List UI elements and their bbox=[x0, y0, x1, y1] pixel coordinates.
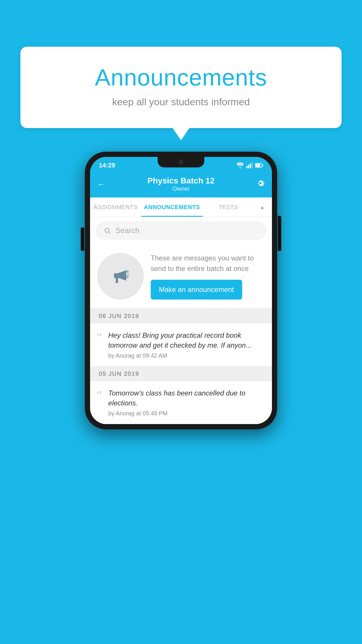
svg-rect-5 bbox=[256, 164, 260, 167]
gear-icon bbox=[256, 178, 265, 188]
speech-bubble-container: Announcements keep all your students inf… bbox=[20, 47, 342, 128]
announcement-text-1: Hey class! Bring your practical record b… bbox=[108, 330, 265, 350]
make-announcement-button[interactable]: Make an announcement bbox=[151, 280, 242, 300]
batch-subtitle: Owner bbox=[109, 186, 253, 192]
promo-section: These are messages you want to send to t… bbox=[90, 244, 272, 309]
quote-icon-1: " bbox=[96, 332, 102, 343]
tab-announcements[interactable]: ANNOUNCEMENTS bbox=[141, 197, 203, 217]
announcement-content-2: Tomorrow's class has been cancelled due … bbox=[108, 388, 265, 417]
tab-tests[interactable]: TESTS bbox=[203, 197, 254, 217]
svg-rect-2 bbox=[250, 164, 251, 168]
svg-rect-6 bbox=[262, 164, 263, 166]
battery-icon bbox=[255, 163, 263, 168]
settings-button[interactable] bbox=[253, 178, 265, 190]
svg-rect-1 bbox=[248, 165, 249, 168]
search-icon bbox=[103, 227, 111, 235]
status-icons bbox=[236, 162, 263, 168]
quote-icon-2: " bbox=[96, 389, 102, 401]
search-container: Search bbox=[90, 217, 272, 244]
bubble-title: Announcements bbox=[44, 64, 318, 91]
svg-rect-3 bbox=[252, 162, 253, 168]
app-header: ← Physics Batch 12 Owner bbox=[90, 172, 272, 197]
announcement-meta-1: by Anurag at 09:42 AM bbox=[108, 352, 265, 359]
promo-description: These are messages you want to send to t… bbox=[151, 253, 265, 274]
announcement-item-2[interactable]: " Tomorrow's class has been cancelled du… bbox=[90, 381, 272, 424]
tab-more[interactable]: ▸ bbox=[254, 197, 272, 217]
signal-icon bbox=[246, 162, 253, 168]
search-placeholder: Search bbox=[115, 226, 139, 235]
wifi-icon bbox=[236, 162, 244, 168]
front-camera bbox=[179, 160, 183, 164]
announcement-item-1[interactable]: " Hey class! Bring your practical record… bbox=[90, 323, 272, 366]
megaphone-icon bbox=[109, 265, 132, 288]
announcement-text-2: Tomorrow's class has been cancelled due … bbox=[108, 388, 265, 408]
svg-rect-0 bbox=[246, 166, 247, 168]
phone-device: 14:29 bbox=[85, 152, 277, 429]
header-title-block: Physics Batch 12 Owner bbox=[109, 176, 253, 192]
promo-right: These are messages you want to send to t… bbox=[151, 253, 265, 300]
promo-icon-circle bbox=[97, 253, 144, 300]
date-separator-2: 05 JUN 2019 bbox=[90, 366, 272, 381]
status-time: 14:29 bbox=[99, 162, 115, 169]
speech-bubble: Announcements keep all your students inf… bbox=[20, 47, 342, 128]
phone-outer: 14:29 bbox=[85, 152, 277, 429]
batch-title: Physics Batch 12 bbox=[109, 176, 253, 186]
svg-point-10 bbox=[126, 276, 129, 279]
svg-rect-7 bbox=[114, 273, 118, 278]
svg-line-12 bbox=[126, 275, 128, 276]
bubble-subtitle: keep all your students informed bbox=[44, 96, 318, 108]
tab-assignments[interactable]: ASSIGNMENTS bbox=[90, 197, 141, 217]
announcement-content-1: Hey class! Bring your practical record b… bbox=[108, 330, 265, 359]
tabs-bar: ASSIGNMENTS ANNOUNCEMENTS TESTS ▸ bbox=[90, 197, 272, 217]
search-bar[interactable]: Search bbox=[96, 222, 266, 239]
phone-screen: 14:29 bbox=[90, 157, 272, 424]
back-button[interactable]: ← bbox=[97, 180, 109, 189]
announcement-meta-2: by Anurag at 05:48 PM bbox=[108, 410, 265, 417]
phone-notch bbox=[158, 157, 204, 167]
date-separator-1: 06 JUN 2019 bbox=[90, 309, 272, 323]
